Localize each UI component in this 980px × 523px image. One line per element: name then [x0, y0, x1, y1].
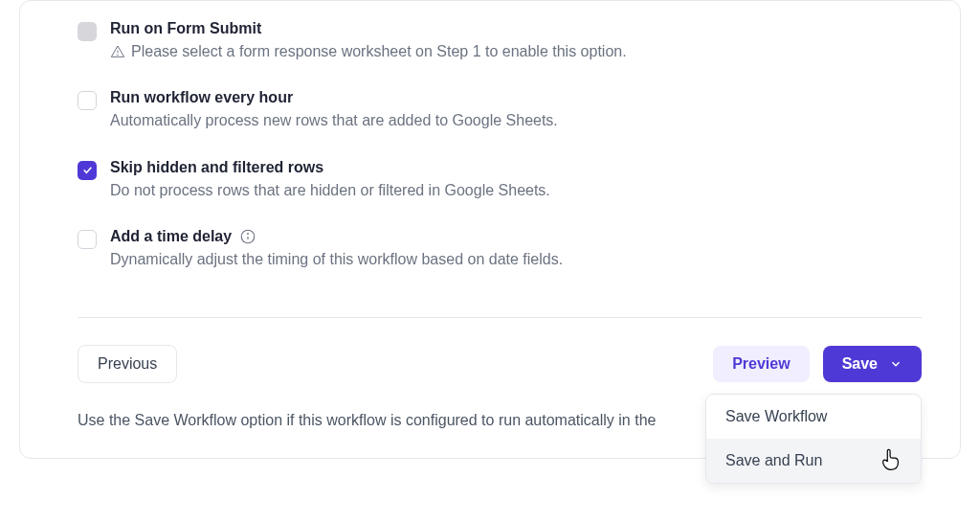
save-dropdown-menu: Save Workflow Save and Run — [705, 394, 922, 484]
dropdown-item-save-workflow[interactable]: Save Workflow — [706, 395, 921, 439]
previous-button[interactable]: Previous — [78, 345, 177, 383]
option-skip-hidden: Skip hidden and filtered rows Do not pro… — [78, 159, 922, 201]
checkbox-every-hour[interactable] — [78, 91, 97, 110]
save-button[interactable]: Save — [823, 346, 922, 382]
dropdown-item-save-and-run[interactable]: Save and Run — [706, 439, 921, 483]
chevron-down-icon — [889, 357, 902, 371]
option-desc: Do not process rows that are hidden or f… — [110, 180, 922, 201]
option-desc: Please select a form response worksheet … — [110, 41, 922, 62]
svg-point-3 — [248, 234, 249, 235]
option-desc: Automatically process new rows that are … — [110, 110, 922, 131]
checkbox-time-delay[interactable] — [78, 230, 97, 249]
option-title: Skip hidden and filtered rows — [110, 159, 922, 176]
options-list: Run on Form Submit Please select a form … — [20, 1, 960, 307]
right-buttons: Preview Save Save Workflow Save and Run — [713, 346, 922, 382]
checkbox-skip-hidden[interactable] — [78, 161, 97, 180]
preview-button[interactable]: Preview — [713, 346, 809, 382]
option-title: Add a time delay — [110, 228, 922, 245]
info-icon[interactable] — [239, 228, 256, 245]
svg-point-1 — [118, 55, 119, 56]
warning-icon — [110, 44, 125, 59]
option-title: Run workflow every hour — [110, 89, 922, 106]
settings-card: Run on Form Submit Please select a form … — [19, 0, 961, 459]
option-form-submit: Run on Form Submit Please select a form … — [78, 20, 922, 62]
save-label: Save — [842, 355, 878, 373]
cursor-pointer-icon — [879, 448, 903, 473]
option-every-hour: Run workflow every hour Automatically pr… — [78, 89, 922, 131]
footer-row: Previous Preview Save Save Workflow Save… — [20, 345, 960, 383]
option-title: Run on Form Submit — [110, 20, 922, 37]
checkbox-form-submit[interactable] — [78, 22, 97, 41]
divider — [78, 317, 922, 318]
option-time-delay: Add a time delay Dynamically adjust the … — [78, 228, 922, 270]
option-desc: Dynamically adjust the timing of this wo… — [110, 249, 922, 270]
